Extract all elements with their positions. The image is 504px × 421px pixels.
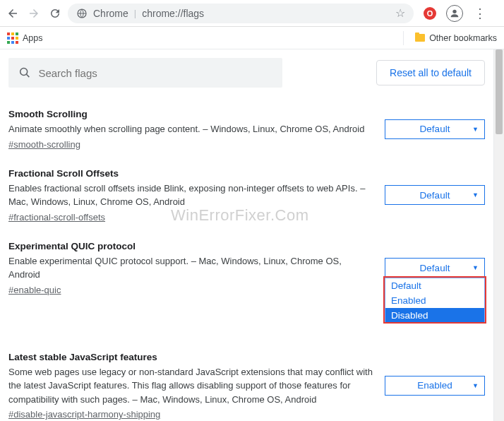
search-box[interactable] bbox=[8, 58, 282, 88]
toolbar-right: O ⋮ bbox=[424, 5, 487, 22]
reload-button[interactable] bbox=[48, 6, 62, 20]
flag-item: Smooth Scrolling Animate smoothly when s… bbox=[8, 96, 485, 155]
flag-title: Smooth Scrolling bbox=[8, 109, 373, 119]
flags-content: Reset all to default Smooth Scrolling An… bbox=[0, 49, 493, 421]
omnibox-separator: | bbox=[134, 8, 136, 18]
apps-label[interactable]: Apps bbox=[23, 33, 43, 43]
apps-icon[interactable] bbox=[7, 32, 18, 44]
flag-item: Experimental QUIC protocol Enable experi… bbox=[8, 228, 485, 301]
flag-anchor-link[interactable]: #disable-javascript-harmony-shipping bbox=[8, 409, 160, 420]
flag-text: Experimental QUIC protocol Enable experi… bbox=[8, 241, 373, 295]
forward-button[interactable] bbox=[27, 6, 41, 20]
flag-select[interactable]: Default bbox=[385, 185, 485, 205]
globe-icon bbox=[76, 8, 88, 19]
flag-select[interactable]: Enabled bbox=[385, 376, 485, 396]
flag-description: Enables fractional scroll offsets inside… bbox=[8, 182, 373, 209]
bookmarks-bar: Apps Other bookmarks bbox=[0, 27, 504, 49]
flag-anchor-link[interactable]: #smooth-scrolling bbox=[8, 139, 80, 150]
flag-title: Latest stable JavaScript features bbox=[8, 352, 373, 362]
svg-point-1 bbox=[452, 9, 456, 13]
flag-title: Experimental QUIC protocol bbox=[8, 241, 373, 251]
flag-select[interactable]: Default bbox=[385, 119, 485, 139]
menu-button[interactable]: ⋮ bbox=[473, 6, 487, 20]
flag-title: Fractional Scroll Offsets bbox=[8, 168, 373, 179]
flag-text: Smooth Scrolling Animate smoothly when s… bbox=[8, 109, 373, 150]
other-bookmarks[interactable]: Other bookmarks bbox=[396, 31, 497, 45]
search-icon bbox=[18, 66, 31, 80]
flags-list: Smooth Scrolling Animate smoothly when s… bbox=[0, 96, 493, 421]
svg-line-3 bbox=[27, 74, 30, 77]
flag-text: Fractional Scroll Offsets Enables fracti… bbox=[8, 168, 373, 223]
reset-all-button[interactable]: Reset all to default bbox=[376, 60, 485, 85]
flag-select-dropdown: Default Enabled Disabled bbox=[385, 278, 485, 324]
scrollbar[interactable] bbox=[493, 49, 504, 421]
bookmark-star-icon[interactable]: ☆ bbox=[395, 6, 405, 20]
address-bar[interactable]: Chrome | ☆ bbox=[68, 4, 414, 23]
dropdown-option[interactable]: Default bbox=[385, 278, 484, 293]
scrollbar-thumb[interactable] bbox=[496, 49, 503, 134]
search-row: Reset all to default bbox=[0, 49, 493, 96]
flag-description: Some web pages use legacy or non-standar… bbox=[8, 365, 373, 407]
nav-buttons bbox=[6, 6, 62, 20]
dropdown-option-selected[interactable]: Disabled bbox=[385, 308, 484, 323]
other-bookmarks-label: Other bookmarks bbox=[429, 33, 497, 43]
extension-badge-icon[interactable]: O bbox=[424, 7, 436, 20]
omnibox-input[interactable] bbox=[142, 8, 390, 19]
back-button[interactable] bbox=[6, 6, 20, 20]
flag-description: Animate smoothly when scrolling page con… bbox=[8, 122, 373, 136]
bookmark-separator bbox=[403, 31, 404, 45]
flag-description: Enable experimental QUIC protocol suppor… bbox=[8, 254, 373, 282]
flag-anchor-link[interactable]: #fractional-scroll-offsets bbox=[8, 212, 105, 223]
omnibox-app-label: Chrome bbox=[93, 8, 128, 19]
flag-anchor-link[interactable]: #enable-quic bbox=[8, 285, 61, 295]
svg-point-2 bbox=[20, 68, 28, 75]
flag-select[interactable]: Default bbox=[385, 258, 485, 278]
folder-icon bbox=[415, 34, 425, 42]
dropdown-option[interactable]: Enabled bbox=[385, 293, 484, 308]
flag-text: Latest stable JavaScript features Some w… bbox=[8, 352, 373, 420]
search-input[interactable] bbox=[38, 67, 272, 79]
browser-toolbar: Chrome | ☆ O ⋮ bbox=[0, 0, 504, 27]
profile-avatar[interactable] bbox=[446, 5, 463, 22]
flag-item: Latest stable JavaScript features Some w… bbox=[8, 339, 485, 422]
flag-item: Fractional Scroll Offsets Enables fracti… bbox=[8, 155, 485, 228]
